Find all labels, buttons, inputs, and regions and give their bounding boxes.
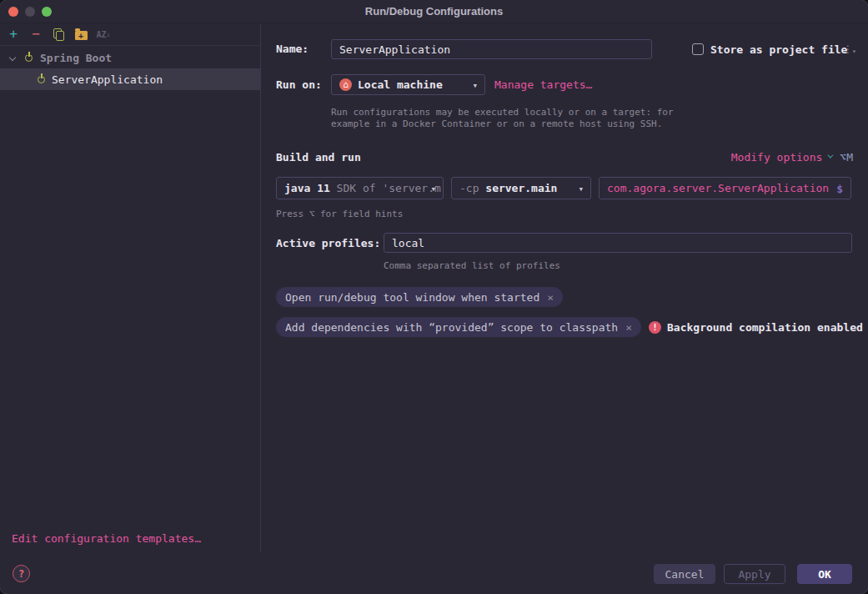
store-as-project-file-label: Store as project file bbox=[710, 43, 847, 56]
active-profiles-input[interactable]: local bbox=[384, 233, 852, 253]
ok-button[interactable]: OK bbox=[797, 564, 852, 584]
profiles-hint-text: Comma separated list of profiles bbox=[384, 260, 560, 272]
store-options-kebab-button[interactable]: ⋮▾ bbox=[843, 43, 856, 55]
help-button[interactable]: ? bbox=[13, 565, 30, 582]
apply-button[interactable]: Apply bbox=[724, 564, 785, 584]
plus-icon: + bbox=[9, 28, 18, 41]
jdk-description: SDK of 'server.m bbox=[330, 182, 441, 194]
modify-options-chevron-icon bbox=[828, 153, 834, 159]
dropdown-arrow-icon: ▾ bbox=[578, 183, 584, 194]
tree-item-serverapplication[interactable]: ServerApplication bbox=[0, 68, 260, 90]
active-profiles-label: Active profiles: bbox=[276, 237, 380, 249]
chip-label: Open run/debug tool window when started bbox=[285, 291, 539, 304]
chip-row-2: Add dependencies with “provided” scope t… bbox=[276, 317, 863, 337]
tree-group-label: Spring Boot bbox=[40, 52, 112, 64]
configurations-sidebar: + − + AZ↓ Spring Boot ServerApplication … bbox=[0, 23, 261, 552]
window-title: Run/Debug Configurations bbox=[0, 0, 868, 23]
run-on-hint-line2: example in a Docker Container or on a re… bbox=[331, 118, 662, 130]
modify-options-shortcut: ⌥M bbox=[840, 151, 853, 164]
tree-group-spring-boot[interactable]: Spring Boot bbox=[0, 47, 260, 68]
title-bar: Run/Debug Configurations bbox=[0, 0, 868, 23]
sort-configurations-button[interactable]: AZ↓ bbox=[94, 25, 113, 43]
remove-configuration-button[interactable]: − bbox=[27, 25, 45, 43]
background-compilation-label: Background compilation enabled bbox=[667, 321, 863, 334]
main-class-input[interactable]: com.agora.server.ServerApplication $ bbox=[599, 177, 851, 199]
sidebar-toolbar: + − + AZ↓ bbox=[0, 23, 260, 46]
modify-options-group: Modify options ⌥M bbox=[731, 151, 853, 164]
configuration-details-panel: Name: ServerApplication Store as project… bbox=[262, 23, 868, 552]
modify-options-link[interactable]: Modify options bbox=[731, 151, 823, 164]
run-on-value: Local machine bbox=[358, 78, 443, 91]
copy-icon bbox=[53, 28, 64, 40]
spring-boot-run-icon bbox=[25, 54, 33, 62]
field-hints-text: Press ⌥ for field hints bbox=[276, 209, 403, 220]
chevron-down-icon[interactable] bbox=[9, 54, 16, 61]
new-folder-button[interactable]: + bbox=[72, 25, 90, 43]
build-and-run-section-title: Build and run bbox=[276, 151, 361, 164]
jdk-version: java 11 bbox=[284, 182, 330, 194]
minus-icon: − bbox=[32, 28, 40, 41]
kebab-arrow-icon: ▾ bbox=[852, 48, 856, 55]
chip-label: Add dependencies with “provided” scope t… bbox=[285, 321, 618, 334]
active-profiles-value: local bbox=[392, 237, 424, 249]
run-on-dropdown[interactable]: ⌂ Local machine ▾ bbox=[331, 74, 485, 95]
run-debug-configurations-dialog: Run/Debug Configurations + − + AZ↓ Sprin… bbox=[0, 0, 868, 594]
local-machine-icon: ⌂ bbox=[339, 78, 352, 91]
cp-prefix: -cp bbox=[459, 182, 485, 194]
jdk-dropdown[interactable]: java 11 SDK of 'server.m ▾ bbox=[276, 177, 444, 199]
copy-configuration-button[interactable] bbox=[49, 25, 68, 43]
tree-item-label: ServerApplication bbox=[52, 73, 163, 86]
background-compilation-icon: ! bbox=[649, 321, 661, 334]
classpath-module-dropdown[interactable]: -cp server.main ▾ bbox=[451, 177, 591, 199]
main-class-value: com.agora.server.ServerApplication bbox=[607, 182, 829, 194]
new-folder-icon: + bbox=[75, 31, 88, 40]
cp-module: server.main bbox=[485, 182, 557, 194]
run-on-label: Run on: bbox=[276, 78, 322, 91]
run-configuration-icon bbox=[38, 76, 45, 83]
chip-provided-scope[interactable]: Add dependencies with “provided” scope t… bbox=[276, 317, 641, 337]
help-icon: ? bbox=[18, 568, 24, 580]
store-as-project-file-checkbox[interactable] bbox=[692, 43, 704, 55]
run-on-hint-line1: Run configurations may be executed local… bbox=[331, 107, 674, 118]
edit-configuration-templates-link[interactable]: Edit configuration templates… bbox=[12, 532, 201, 545]
close-icon[interactable]: × bbox=[625, 321, 632, 334]
close-icon[interactable]: × bbox=[547, 291, 554, 304]
manage-targets-link[interactable]: Manage targets… bbox=[494, 78, 592, 91]
insert-macro-icon[interactable]: $ bbox=[836, 182, 843, 194]
dropdown-arrow-icon: ▾ bbox=[430, 183, 436, 194]
name-label: Name: bbox=[276, 43, 309, 55]
sort-arrow-icon: ↓ bbox=[107, 31, 111, 38]
sort-az-icon: AZ bbox=[97, 30, 107, 39]
cancel-button[interactable]: Cancel bbox=[654, 564, 715, 584]
name-input[interactable]: ServerApplication bbox=[331, 39, 652, 59]
dropdown-arrow-icon: ▾ bbox=[472, 79, 478, 90]
chip-open-tool-window[interactable]: Open run/debug tool window when started … bbox=[276, 287, 563, 307]
name-value: ServerApplication bbox=[339, 43, 450, 56]
add-configuration-button[interactable]: + bbox=[4, 25, 23, 43]
